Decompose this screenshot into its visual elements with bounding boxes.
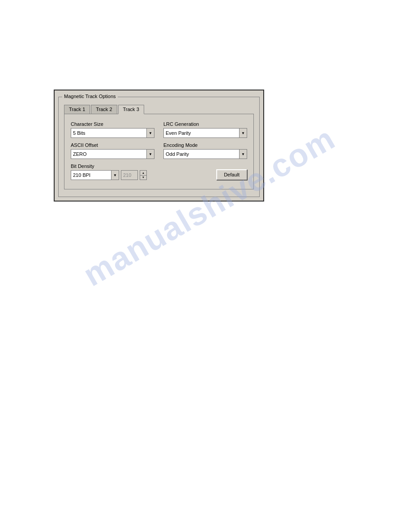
character-size-wrapper: 5 Bits 6 Bits 7 Bits 8 Bits ▼ — [71, 128, 154, 138]
tab-content-panel: Character Size 5 Bits 6 Bits 7 Bits 8 Bi… — [64, 114, 254, 189]
encoding-mode-select[interactable]: Odd Parity Even Parity None — [163, 149, 239, 159]
bit-density-spin-input[interactable] — [121, 170, 138, 180]
lrc-generation-arrow[interactable]: ▼ — [239, 128, 247, 138]
ascii-offset-arrow[interactable]: ▼ — [146, 149, 154, 159]
encoding-mode-label: Encoding Mode — [163, 142, 247, 148]
character-size-label: Character Size — [71, 121, 154, 127]
bit-density-controls: 210 BPI 75 BPI ▼ ▲ ▼ — [71, 170, 147, 180]
lrc-generation-label: LRC Generation — [163, 121, 247, 127]
default-button[interactable]: Default — [216, 169, 247, 180]
bit-density-label: Bit Density — [71, 163, 147, 169]
bottom-row: Bit Density 210 BPI 75 BPI ▼ ▲ ▼ — [71, 163, 247, 180]
bit-density-arrow[interactable]: ▼ — [111, 170, 119, 180]
form-grid: Character Size 5 Bits 6 Bits 7 Bits 8 Bi… — [71, 121, 247, 159]
encoding-mode-field: Encoding Mode Odd Parity Even Parity Non… — [163, 142, 247, 159]
ascii-offset-wrapper: ZERO SPACE NULL ▼ — [71, 149, 154, 159]
ascii-offset-label: ASCII Offset — [71, 142, 154, 148]
bit-density-select[interactable]: 210 BPI 75 BPI — [71, 170, 111, 180]
ascii-offset-select[interactable]: ZERO SPACE NULL — [71, 149, 146, 159]
character-size-field: Character Size 5 Bits 6 Bits 7 Bits 8 Bi… — [71, 121, 154, 138]
tabs-bar: Track 1 Track 2 Track 3 — [64, 104, 254, 114]
tab-track2[interactable]: Track 2 — [91, 105, 117, 114]
character-size-arrow[interactable]: ▼ — [146, 128, 154, 138]
spin-up-button[interactable]: ▲ — [140, 170, 147, 175]
lrc-generation-select[interactable]: Even Parity Odd Parity None — [163, 128, 239, 138]
tab-track1[interactable]: Track 1 — [64, 105, 90, 114]
lrc-generation-wrapper: Even Parity Odd Parity None ▼ — [163, 128, 247, 138]
spin-buttons: ▲ ▼ — [140, 170, 147, 180]
group-box-legend: Magnetic Track Options — [62, 94, 118, 99]
dialog-container: Magnetic Track Options Track 1 Track 2 T… — [54, 90, 264, 202]
bit-density-select-wrapper: 210 BPI 75 BPI ▼ — [71, 170, 119, 180]
bit-density-field: Bit Density 210 BPI 75 BPI ▼ ▲ ▼ — [71, 163, 147, 180]
group-box: Magnetic Track Options Track 1 Track 2 T… — [58, 97, 260, 197]
spin-down-button[interactable]: ▼ — [140, 175, 147, 180]
character-size-select[interactable]: 5 Bits 6 Bits 7 Bits 8 Bits — [71, 128, 146, 138]
ascii-offset-field: ASCII Offset ZERO SPACE NULL ▼ — [71, 142, 154, 159]
tab-track3[interactable]: Track 3 — [118, 105, 144, 114]
encoding-mode-arrow[interactable]: ▼ — [239, 149, 247, 159]
encoding-mode-wrapper: Odd Parity Even Parity None ▼ — [163, 149, 247, 159]
lrc-generation-field: LRC Generation Even Parity Odd Parity No… — [163, 121, 247, 138]
